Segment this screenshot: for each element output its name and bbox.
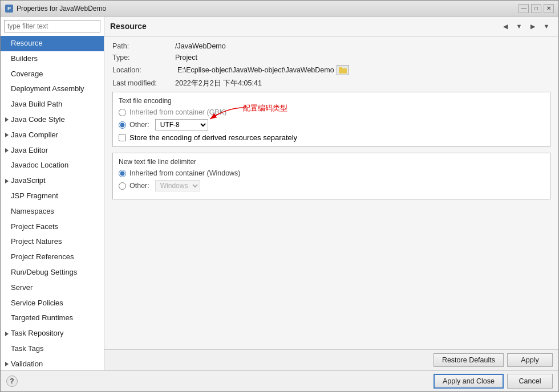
encoding-section: Text file encoding Inherited from contai… [112,92,550,147]
encoding-other-label: Other: [129,121,149,129]
line-delimiter-section-label: New text file line delimiter [119,158,544,166]
content-header: Resource ◀ ▼ ▶ ▼ [104,17,558,36]
sidebar-item-label: Coverage [11,68,43,80]
collapse-arrow-icon [5,117,9,122]
sidebar-item-label: Java Build Path [11,99,62,111]
collapse-arrow-icon [5,332,9,336]
location-label: Location: [112,66,175,74]
encoding-other-row: Other: UTF-8 UTF-16 ISO-8859-1 GBK GB231… [119,119,544,130]
delimiter-inherited-radio[interactable] [119,170,126,177]
footer-buttons: Apply and Close Cancel [434,374,553,389]
sidebar-item-java-compiler[interactable]: Java Compiler [1,128,104,143]
sidebar-item-service-policies[interactable]: Service Policies [1,296,104,311]
dialog-body: Resource Builders Coverage Deployment As… [1,17,558,370]
type-value: Project [175,54,197,62]
location-browse-button[interactable] [337,65,349,75]
sidebar-item-builders[interactable]: Builders [1,51,104,67]
restore-defaults-button[interactable]: Restore Defaults [434,353,504,367]
sidebar-item-label: Deployment Assembly [11,83,84,95]
sidebar-item-namespaces[interactable]: Namespaces [1,204,104,219]
sidebar-item-label: Targeted Runtimes [11,312,73,324]
delimiter-inherited-label: Inherited from container (Windows) [129,169,241,177]
sidebar-item-project-references[interactable]: Project References [1,250,104,265]
delimiter-other-radio[interactable] [119,182,126,190]
encoding-dropdown[interactable]: UTF-8 UTF-16 ISO-8859-1 GBK GB2312 [155,119,208,130]
filter-input[interactable] [4,20,100,32]
sidebar-item-label: Resource [11,38,43,50]
derived-encoding-row: Store the encoding of derived resources … [119,133,544,142]
sidebar-item-validation[interactable]: Validation [1,357,104,370]
delimiter-inherited-row: Inherited from container (Windows) [119,169,544,177]
sidebar-item-label: Java Compiler [11,129,58,141]
delimiter-dropdown[interactable]: Windows Unix Mac [155,180,200,191]
back-dropdown-button[interactable]: ▼ [513,20,525,32]
cancel-button[interactable]: Cancel [507,374,553,389]
path-row: Path: /JavaWebDemo [112,42,550,50]
sidebar-item-javascript[interactable]: JavaScript [1,173,104,189]
sidebar-item-server[interactable]: Server [1,280,104,296]
encoding-section-label: Text file encoding [119,97,544,105]
help-button[interactable]: ? [6,375,18,387]
forward-dropdown-button[interactable]: ▼ [540,20,553,32]
sidebar-item-label: JSP Fragment [11,190,58,202]
sidebar-item-label: Java Code Style [11,114,65,126]
properties-dialog: P Properties for JavaWebDemo — □ ✕ Resou… [0,0,559,392]
forward-button[interactable]: ▶ [526,20,539,32]
nav-list: Resource Builders Coverage Deployment As… [1,36,104,370]
dialog-title: Properties for JavaWebDemo [17,5,106,13]
sidebar-item-task-repository[interactable]: Task Repository [1,326,104,341]
sidebar-item-jsp-fragment[interactable]: JSP Fragment [1,189,104,204]
back-button[interactable]: ◀ [499,20,512,32]
content-area: Path: /JavaWebDemo Type: Project Locatio… [104,36,558,349]
location-row: Location: E:\Ecplise-object\JavaWeb-obje… [112,65,550,75]
sidebar-item-task-tags[interactable]: Task Tags [1,341,104,357]
sidebar-item-project-facets[interactable]: Project Facets [1,219,104,235]
collapse-arrow-icon [5,362,9,366]
sidebar-item-javadoc-location[interactable]: Javadoc Location [1,158,104,173]
delimiter-other-label: Other: [129,182,149,190]
maximize-button[interactable]: □ [531,4,541,13]
delimiter-other-row: Other: Windows Unix Mac [119,180,544,191]
sidebar-item-deployment-assembly[interactable]: Deployment Assembly [1,81,104,97]
location-value: E:\Ecplise-object\JavaWeb-object\JavaWeb… [177,66,334,74]
collapse-arrow-icon [5,133,9,137]
sidebar-item-coverage[interactable]: Coverage [1,67,104,82]
minimize-button[interactable]: — [519,4,529,13]
sidebar: Resource Builders Coverage Deployment As… [1,17,104,370]
dialog-icon: P [5,5,13,13]
sidebar-item-java-build-path[interactable]: Java Build Path [1,97,104,112]
window-controls: — □ ✕ [519,4,554,13]
sidebar-item-run-debug-settings[interactable]: Run/Debug Settings [1,265,104,280]
apply-button[interactable]: Apply [507,353,553,367]
sidebar-item-label: JavaScript [11,175,46,187]
collapse-arrow-icon [5,179,9,183]
last-modified-label: Last modified: [112,79,175,87]
sidebar-item-label: Validation [11,358,43,370]
sidebar-item-label: Project Natures [11,236,62,248]
main-content: Resource ◀ ▼ ▶ ▼ Path: /JavaWebDemo [104,17,558,370]
last-modified-value: 2022年2月2日 下午4:05:41 [175,79,262,88]
encoding-inherited-radio[interactable] [119,109,126,116]
apply-close-button[interactable]: Apply and Close [434,374,504,389]
derived-encoding-checkbox[interactable] [119,134,126,141]
type-row: Type: Project [112,54,550,62]
sidebar-item-resource[interactable]: Resource [1,36,104,51]
sidebar-item-java-code-style[interactable]: Java Code Style [1,112,104,128]
sidebar-item-java-editor[interactable]: Java Editor [1,143,104,158]
sidebar-item-label: Run/Debug Settings [11,267,77,279]
sidebar-item-label: Builders [11,53,38,65]
collapse-arrow-icon [5,148,9,153]
svg-rect-1 [339,67,342,70]
sidebar-item-label: Java Editor [11,145,48,157]
path-value: /JavaWebDemo [175,42,226,50]
content-title: Resource [110,22,147,31]
type-label: Type: [112,54,175,62]
sidebar-item-label: Task Tags [11,343,44,355]
sidebar-item-targeted-runtimes[interactable]: Targeted Runtimes [1,311,104,326]
last-modified-row: Last modified: 2022年2月2日 下午4:05:41 [112,79,550,88]
encoding-other-radio[interactable] [119,121,126,129]
sidebar-item-label: Service Policies [11,297,63,309]
footer-bar: ? Apply and Close Cancel [1,370,558,391]
sidebar-item-project-natures[interactable]: Project Natures [1,234,104,250]
close-button[interactable]: ✕ [544,4,554,13]
